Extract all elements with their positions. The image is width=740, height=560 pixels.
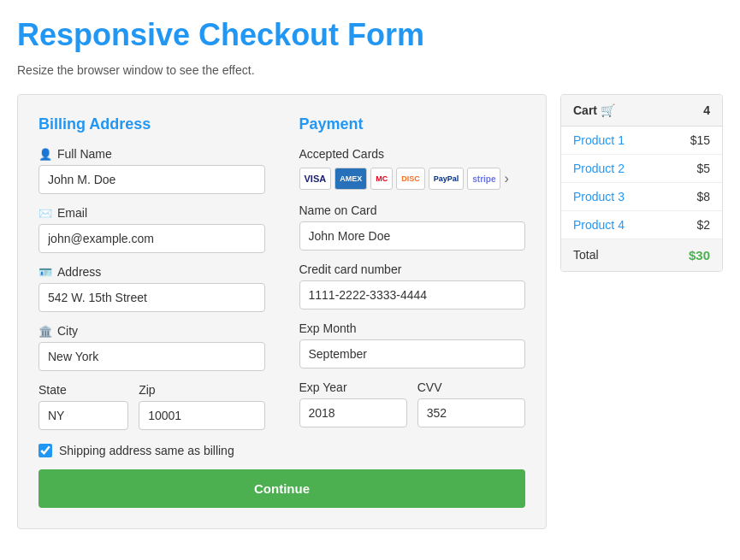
email-input[interactable] bbox=[38, 224, 265, 253]
more-cards-indicator: › bbox=[504, 171, 508, 186]
cart-item-price-4: $2 bbox=[696, 218, 710, 232]
state-zip-row: State Zip bbox=[38, 383, 265, 430]
card-icons-row: VISA AMEX MC DISC PayPal stripe › bbox=[299, 168, 526, 190]
exp-year-label: Exp Year bbox=[299, 380, 407, 394]
form-container: Billing Address 👤 Full Name ✉️ Email bbox=[17, 94, 547, 529]
paypal-icon: PayPal bbox=[429, 168, 465, 190]
zip-label: Zip bbox=[139, 383, 264, 397]
cart-item-4: Product 4 $2 bbox=[561, 211, 722, 239]
cart-item-name-3[interactable]: Product 3 bbox=[573, 190, 625, 203]
address-icon: 🪪 bbox=[38, 266, 52, 279]
address-label: 🪪 Address bbox=[38, 265, 265, 279]
exp-month-group: Exp Month bbox=[299, 321, 526, 368]
accepted-cards-label: Accepted Cards bbox=[299, 147, 526, 161]
cart-total-value: $30 bbox=[689, 248, 710, 262]
user-icon: 👤 bbox=[38, 148, 52, 161]
cart-item-price-2: $5 bbox=[696, 162, 710, 175]
credit-card-input[interactable] bbox=[299, 280, 526, 309]
email-label: ✉️ Email bbox=[38, 206, 265, 220]
cart-item-name-4[interactable]: Product 4 bbox=[573, 218, 625, 232]
address-input[interactable] bbox=[38, 283, 265, 312]
page-title: Responsive Checkout Form bbox=[17, 17, 723, 53]
payment-section: Payment Accepted Cards VISA AMEX MC DISC… bbox=[299, 115, 526, 457]
submit-row: Continue bbox=[38, 461, 525, 508]
state-label: State bbox=[38, 383, 128, 397]
shipping-same-checkbox[interactable] bbox=[38, 444, 52, 457]
name-on-card-input[interactable] bbox=[299, 221, 526, 251]
zip-input[interactable] bbox=[139, 401, 264, 430]
stripe-icon: stripe bbox=[467, 168, 500, 190]
email-group: ✉️ Email bbox=[38, 206, 265, 253]
submit-button[interactable]: Continue bbox=[38, 469, 525, 508]
cart-item-2: Product 2 $5 bbox=[561, 155, 722, 183]
full-name-group: 👤 Full Name bbox=[38, 147, 265, 194]
cart-item-3: Product 3 $8 bbox=[561, 183, 722, 211]
shipping-same-label[interactable]: Shipping address same as billing bbox=[59, 444, 234, 457]
full-name-input[interactable] bbox=[38, 165, 265, 194]
payment-title: Payment bbox=[299, 115, 526, 133]
cart-sidebar: Cart 🛒 4 Product 1 $15 Product 2 $5 Prod… bbox=[560, 94, 723, 272]
cvv-group: CVV bbox=[417, 380, 525, 427]
cart-item-1: Product 1 $15 bbox=[561, 127, 722, 155]
exp-month-label: Exp Month bbox=[299, 321, 526, 335]
exp-year-input[interactable] bbox=[299, 398, 407, 427]
cart-item-name-2[interactable]: Product 2 bbox=[573, 162, 625, 175]
cart-total-label: Total bbox=[573, 248, 599, 262]
zip-group: Zip bbox=[139, 383, 264, 430]
billing-title: Billing Address bbox=[38, 115, 265, 133]
state-input[interactable] bbox=[38, 401, 128, 430]
full-name-label: 👤 Full Name bbox=[38, 147, 265, 161]
shipping-checkbox-row: Shipping address same as billing bbox=[38, 444, 265, 457]
cart-label: Cart 🛒 bbox=[573, 103, 615, 117]
exp-year-group: Exp Year bbox=[299, 380, 407, 427]
name-on-card-label: Name on Card bbox=[299, 203, 526, 217]
billing-section: Billing Address 👤 Full Name ✉️ Email bbox=[38, 115, 265, 457]
name-on-card-group: Name on Card bbox=[299, 203, 526, 251]
state-group: State bbox=[38, 383, 128, 430]
cart-item-name-1[interactable]: Product 1 bbox=[573, 133, 625, 147]
exp-year-cvv-row: Exp Year CVV bbox=[299, 380, 526, 427]
cart-count: 4 bbox=[703, 103, 710, 117]
city-label: 🏛️ City bbox=[38, 324, 265, 338]
credit-card-label: Credit card number bbox=[299, 262, 526, 276]
credit-card-group: Credit card number bbox=[299, 262, 526, 309]
cvv-label: CVV bbox=[417, 380, 525, 394]
exp-month-input[interactable] bbox=[299, 339, 526, 368]
address-group: 🪪 Address bbox=[38, 265, 265, 312]
cart-header: Cart 🛒 4 bbox=[561, 95, 722, 127]
city-group: 🏛️ City bbox=[38, 324, 265, 371]
mastercard-icon: MC bbox=[370, 168, 393, 190]
cart-item-price-3: $8 bbox=[696, 190, 710, 203]
city-icon: 🏛️ bbox=[38, 325, 52, 338]
page-subtitle: Resize the browser window to see the eff… bbox=[17, 63, 723, 77]
cvv-input[interactable] bbox=[417, 398, 525, 427]
discover-icon: DISC bbox=[396, 168, 425, 190]
email-icon: ✉️ bbox=[38, 207, 52, 220]
cart-item-price-1: $15 bbox=[690, 133, 710, 147]
city-input[interactable] bbox=[38, 342, 265, 371]
cart-total-row: Total $30 bbox=[561, 239, 722, 271]
amex-icon: AMEX bbox=[334, 168, 367, 190]
visa-icon: VISA bbox=[299, 168, 332, 190]
cart-icon: 🛒 bbox=[601, 103, 615, 117]
